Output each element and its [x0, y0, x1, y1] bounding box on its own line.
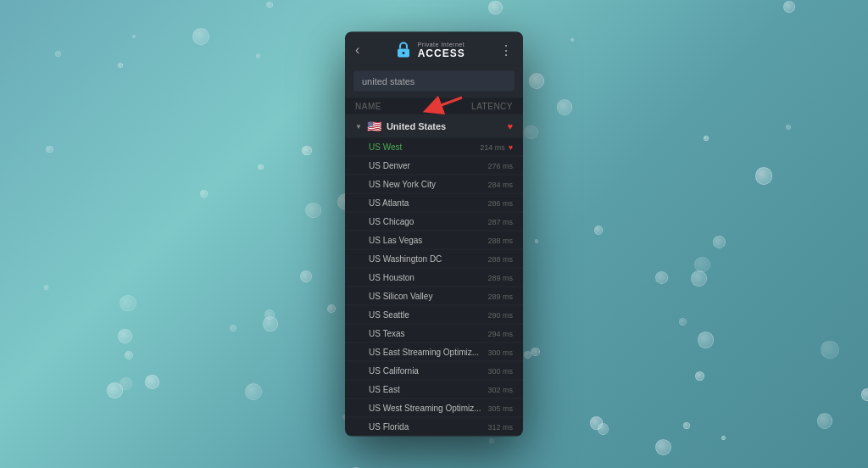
- server-name: US Texas: [369, 329, 405, 338]
- svg-point-1: [402, 52, 404, 54]
- country-header[interactable]: ▼ 🇺🇸 United States ♥: [345, 114, 523, 138]
- server-list-items: US West214 ms♥US Denver276 msUS New York…: [345, 138, 523, 437]
- server-item[interactable]: US Seattle290 ms: [345, 306, 523, 325]
- list-header: Name Latency: [345, 98, 523, 114]
- server-latency: 300 ms: [487, 366, 513, 375]
- server-item[interactable]: US New York City284 ms: [345, 176, 523, 194]
- server-name: US Florida: [369, 422, 409, 432]
- server-name: US Silicon Valley: [369, 292, 432, 301]
- app-window: ‹ Private Internet ACCESS ⋮ Name Latency…: [345, 32, 523, 437]
- server-latency: 294 ms: [487, 329, 513, 337]
- app-title-block: Private Internet ACCESS: [418, 41, 465, 58]
- server-latency: 302 ms: [487, 385, 513, 393]
- server-name: US East: [369, 385, 400, 394]
- server-item[interactable]: US Silicon Valley289 ms: [345, 287, 523, 306]
- us-flag-icon: 🇺🇸: [367, 120, 381, 133]
- server-latency: 312 ms: [487, 422, 513, 431]
- server-name: US Las Vegas: [369, 236, 422, 245]
- server-name: US West Streaming Optimiz...: [369, 404, 481, 413]
- server-name: US New York City: [369, 180, 436, 189]
- title-bar: ‹ Private Internet ACCESS ⋮: [345, 32, 523, 66]
- server-name: US California: [369, 366, 419, 376]
- server-latency: 286 ms: [487, 198, 513, 207]
- latency-column-header: Latency: [471, 102, 513, 111]
- server-latency: 288 ms: [487, 254, 513, 263]
- search-input[interactable]: [353, 71, 515, 92]
- server-latency: 214 ms: [480, 142, 505, 151]
- expand-arrow-icon: ▼: [355, 122, 362, 130]
- lock-icon: [394, 41, 413, 59]
- server-latency: 287 ms: [487, 217, 513, 226]
- server-name: US West: [369, 142, 402, 152]
- server-item[interactable]: US Texas294 ms: [345, 325, 523, 343]
- server-name: US Atlanta: [369, 198, 409, 208]
- server-latency: 288 ms: [487, 236, 513, 244]
- server-latency: 284 ms: [487, 180, 513, 188]
- server-latency: 300 ms: [487, 348, 513, 356]
- server-name: US Washington DC: [369, 254, 442, 264]
- server-item[interactable]: US Florida312 ms: [345, 418, 523, 437]
- server-list[interactable]: ▼ 🇺🇸 United States ♥ US West214 ms♥US De…: [345, 114, 523, 437]
- server-name: US East Streaming Optimiz...: [369, 348, 479, 357]
- server-item[interactable]: US Chicago287 ms: [345, 213, 523, 231]
- server-item[interactable]: US Houston289 ms: [345, 269, 523, 287]
- server-name: US Seattle: [369, 310, 409, 320]
- server-name: US Houston: [369, 273, 415, 282]
- menu-button[interactable]: ⋮: [499, 42, 513, 58]
- server-name: US Chicago: [369, 217, 414, 226]
- app-logo-area: Private Internet ACCESS: [394, 41, 465, 59]
- server-latency: 276 ms: [487, 161, 513, 170]
- server-item[interactable]: US West214 ms♥: [345, 138, 523, 157]
- server-name: US Denver: [369, 161, 410, 170]
- server-latency: 305 ms: [487, 404, 513, 412]
- server-latency: 290 ms: [487, 310, 513, 319]
- name-column-header: Name: [355, 102, 381, 111]
- server-latency: 289 ms: [487, 273, 513, 281]
- server-item[interactable]: US California300 ms: [345, 362, 523, 381]
- country-favorite-icon[interactable]: ♥: [507, 121, 513, 131]
- server-item[interactable]: US East Streaming Optimiz...300 ms: [345, 343, 523, 362]
- server-item[interactable]: US Las Vegas288 ms: [345, 231, 523, 250]
- back-button[interactable]: ‹: [355, 42, 359, 58]
- search-bar: [345, 66, 523, 98]
- server-item[interactable]: US Atlanta286 ms: [345, 194, 523, 213]
- server-favorite-icon[interactable]: ♥: [509, 142, 513, 151]
- app-pretitle: Private Internet: [418, 41, 465, 47]
- server-item[interactable]: US Washington DC288 ms: [345, 250, 523, 269]
- server-item[interactable]: US West Streaming Optimiz...305 ms: [345, 399, 523, 418]
- server-item[interactable]: US East302 ms: [345, 381, 523, 399]
- server-item[interactable]: US Denver276 ms: [345, 157, 523, 176]
- country-name: United States: [387, 121, 503, 131]
- server-latency: 289 ms: [487, 292, 513, 300]
- app-main-title: ACCESS: [418, 47, 465, 58]
